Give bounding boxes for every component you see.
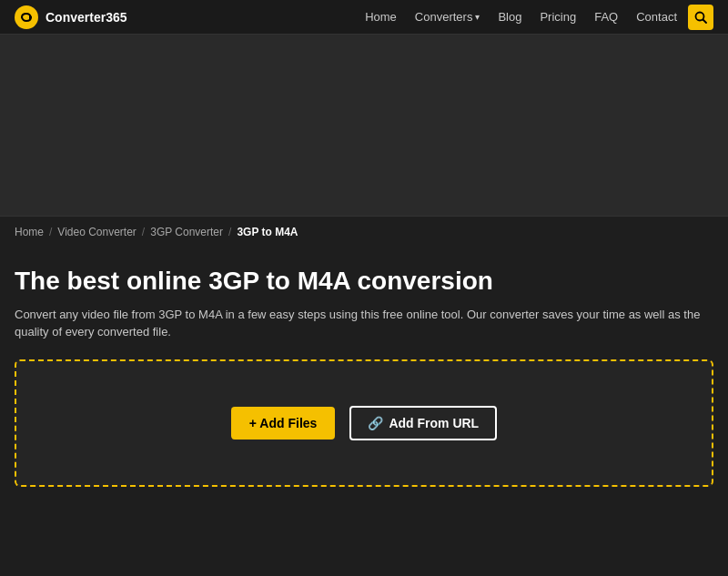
breadcrumb-separator-2: / <box>142 226 145 238</box>
breadcrumb-separator-3: / <box>228 226 231 238</box>
nav-contact[interactable]: Contact <box>629 6 684 27</box>
breadcrumb-3gp-converter[interactable]: 3GP Converter <box>150 226 223 238</box>
page-title: The best online 3GP to M4A conversion <box>15 266 713 297</box>
page-description: Convert any video file from 3GP to M4A i… <box>15 306 706 341</box>
chevron-down-icon: ▾ <box>475 12 480 22</box>
breadcrumb-current: 3GP to M4A <box>237 226 298 238</box>
nav-faq[interactable]: FAQ <box>587 6 625 27</box>
link-icon: 🔗 <box>368 416 383 430</box>
nav-home[interactable]: Home <box>358 6 404 27</box>
upload-area: + Add Files 🔗 Add From URL <box>15 359 713 487</box>
breadcrumb-home[interactable]: Home <box>15 226 44 238</box>
main-content: The best online 3GP to M4A conversion Co… <box>0 248 728 501</box>
nav-converters[interactable]: Converters ▾ <box>408 6 488 27</box>
brand-name: Converter365 <box>46 10 127 25</box>
breadcrumb-video-converter[interactable]: Video Converter <box>57 226 136 238</box>
search-button[interactable] <box>688 5 713 30</box>
nav-pricing[interactable]: Pricing <box>532 6 583 27</box>
navbar: Converter365 Home Converters ▾ Blog Pric… <box>0 0 728 35</box>
breadcrumb-separator-1: / <box>49 226 52 238</box>
ad-banner <box>0 35 728 217</box>
brand-logo[interactable]: Converter365 <box>15 5 127 29</box>
add-files-button[interactable]: + Add Files <box>231 407 336 440</box>
nav-blog[interactable]: Blog <box>490 6 529 27</box>
nav-links: Home Converters ▾ Blog Pricing FAQ Conta… <box>358 5 713 30</box>
add-url-button[interactable]: 🔗 Add From URL <box>349 406 497 440</box>
breadcrumb: Home / Video Converter / 3GP Converter /… <box>0 217 728 248</box>
svg-line-2 <box>703 19 707 23</box>
logo-icon <box>15 5 38 29</box>
